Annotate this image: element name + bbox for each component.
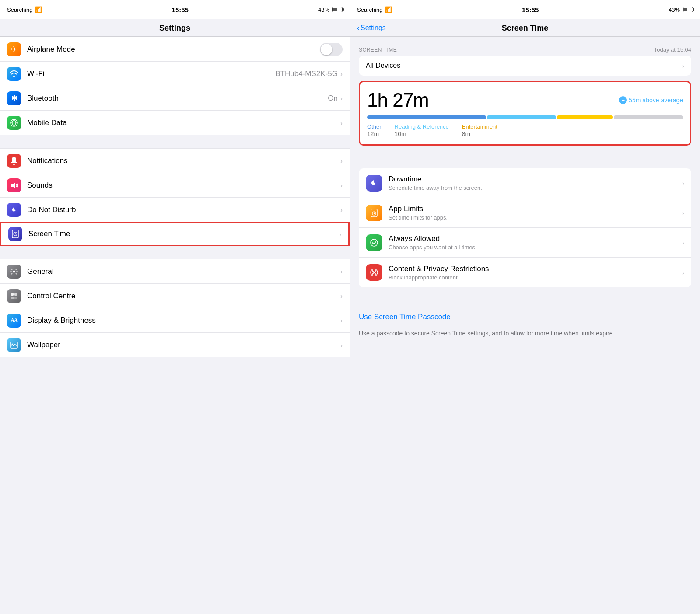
downtime-icon	[366, 175, 382, 192]
battery-fill-right	[683, 8, 687, 11]
app-limits-chevron: ›	[682, 209, 684, 216]
legend-other: Other 12m	[367, 123, 382, 137]
all-devices-label: All Devices	[366, 62, 400, 70]
st-section-label: SCREEN TIME	[359, 47, 397, 53]
feature-row-always-allowed[interactable]: Always Allowed Choose apps you want at a…	[359, 228, 691, 258]
status-bar-left: Searching 📶 15:55 43%	[0, 0, 350, 19]
legend-reading-val: 10m	[395, 130, 449, 137]
divider-1	[350, 156, 700, 168]
passcode-link[interactable]: Use Screen Time Passcode	[359, 308, 691, 326]
bluetooth-icon: ✱	[7, 91, 21, 105]
row-general[interactable]: General ›	[0, 259, 350, 284]
row-mobile-data[interactable]: Mobile Data ›	[0, 111, 350, 135]
status-left-right: Searching 📶	[357, 6, 392, 13]
screen-time-content: SCREEN TIME Today at 15:04 All Devices ›…	[350, 37, 700, 614]
notifications-icon	[7, 154, 21, 168]
general-chevron: ›	[340, 268, 343, 275]
mobile-data-label: Mobile Data	[27, 119, 340, 127]
always-allowed-chevron: ›	[682, 239, 684, 246]
section-gap-2	[0, 246, 350, 259]
content-privacy-chevron: ›	[682, 269, 684, 276]
content-privacy-icon	[366, 264, 382, 281]
battery-body-right	[682, 7, 693, 12]
feature-row-app-limits[interactable]: App Limits Set time limits for apps. ›	[359, 198, 691, 228]
legend-other-val: 12m	[367, 130, 382, 137]
screen-time-icon	[8, 227, 22, 241]
screen-time-chevron: ›	[339, 230, 341, 238]
legend-entertainment: Entertainment 8m	[462, 123, 497, 137]
general-icon	[7, 265, 21, 279]
row-screen-time[interactable]: Screen Time ›	[0, 222, 350, 246]
time-right: 15:55	[522, 6, 539, 14]
always-allowed-icon	[366, 234, 382, 251]
wifi-value: BTHub4-MS2K-5G	[275, 70, 338, 78]
row-bluetooth[interactable]: ✱ Bluetooth On ›	[0, 86, 350, 111]
searching-label-right: Searching	[357, 7, 383, 13]
settings-nav-header: Settings	[0, 19, 350, 37]
row-wallpaper[interactable]: Wallpaper ›	[0, 333, 350, 357]
app-limits-title: App Limits	[388, 205, 682, 213]
wifi-label: Wi-Fi	[27, 70, 275, 78]
downtime-chevron: ›	[682, 179, 684, 187]
row-do-not-disturb[interactable]: Do Not Disturb ›	[0, 198, 350, 222]
row-wifi[interactable]: Wi-Fi BTHub4-MS2K-5G ›	[0, 62, 350, 86]
row-airplane-mode[interactable]: ✈ Airplane Mode	[0, 37, 350, 62]
usage-above-avg: + 55m above average	[619, 96, 683, 104]
all-devices-chevron: ›	[682, 62, 684, 70]
always-allowed-title: Always Allowed	[388, 234, 682, 243]
screen-time-title: Screen Time	[357, 24, 693, 33]
wifi-icon-left: 📶	[35, 6, 42, 13]
feature-row-content-privacy[interactable]: Content & Privacy Restrictions Block ina…	[359, 258, 691, 287]
downtime-text: Downtime Schedule time away from the scr…	[388, 175, 682, 191]
usage-card[interactable]: 1h 27m + 55m above average Othe	[359, 81, 691, 146]
battery-pct-right: 43%	[668, 7, 680, 13]
battery-icon-right	[682, 7, 693, 12]
airplane-toggle[interactable]	[320, 43, 343, 56]
svg-rect-6	[14, 293, 17, 296]
legend-reading: Reading & Reference 10m	[395, 123, 449, 137]
row-display-brightness[interactable]: AA Display & Brightness ›	[0, 308, 350, 333]
above-avg-text: 55m above average	[629, 97, 683, 104]
toggle-knob-airplane	[321, 44, 332, 55]
settings-content: ✈ Airplane Mode Wi-Fi BTHub4-MS2K-5G ›	[0, 37, 350, 614]
always-allowed-subtitle: Choose apps you want at all times.	[388, 244, 682, 251]
downtime-title: Downtime	[388, 175, 682, 184]
legend-other-cat: Other	[367, 123, 382, 130]
sounds-icon	[7, 178, 21, 192]
row-control-centre[interactable]: Control Centre ›	[0, 284, 350, 308]
display-icon: AA	[7, 314, 21, 328]
bar-segment-reading	[487, 115, 556, 119]
left-panel: Searching 📶 15:55 43% Settings ✈ Airplan…	[0, 0, 350, 614]
svg-rect-7	[11, 297, 14, 299]
back-button[interactable]: ‹ Settings	[357, 23, 386, 32]
feature-section: Downtime Schedule time away from the scr…	[359, 168, 691, 287]
mobile-data-icon	[7, 116, 21, 130]
bluetooth-label: Bluetooth	[27, 94, 328, 103]
searching-label-left: Searching	[7, 7, 33, 13]
section-gap-1	[0, 135, 350, 148]
usage-bar	[367, 115, 683, 119]
app-limits-subtitle: Set time limits for apps.	[388, 214, 682, 221]
sounds-chevron: ›	[340, 181, 343, 189]
st-header-row: SCREEN TIME Today at 15:04	[359, 42, 691, 56]
passcode-section: Use Screen Time Passcode Use a passcode …	[350, 308, 700, 345]
bar-segment-other2	[614, 115, 683, 119]
all-devices-row[interactable]: All Devices ›	[359, 56, 691, 76]
sounds-label: Sounds	[27, 181, 340, 190]
screen-time-label: Screen Time	[28, 230, 339, 238]
always-allowed-text: Always Allowed Choose apps you want at a…	[388, 234, 682, 251]
back-label: Settings	[360, 24, 386, 32]
section-preferences: Notifications › Sounds ›	[0, 148, 350, 246]
section-system: General › Control Centre › AA	[0, 259, 350, 357]
row-notifications[interactable]: Notifications ›	[0, 149, 350, 173]
st-section-date: Today at 15:04	[654, 46, 691, 53]
row-sounds[interactable]: Sounds ›	[0, 173, 350, 198]
usage-top: 1h 27m + 55m above average	[367, 89, 683, 111]
dnd-chevron: ›	[340, 206, 343, 213]
general-label: General	[27, 267, 340, 276]
dnd-label: Do Not Disturb	[27, 206, 340, 214]
status-bar-right: Searching 📶 15:55 43%	[350, 0, 700, 19]
wifi-icon-right: 📶	[385, 6, 392, 13]
feature-row-downtime[interactable]: Downtime Schedule time away from the scr…	[359, 168, 691, 198]
screen-time-nav-header: ‹ Settings Screen Time	[350, 19, 700, 37]
